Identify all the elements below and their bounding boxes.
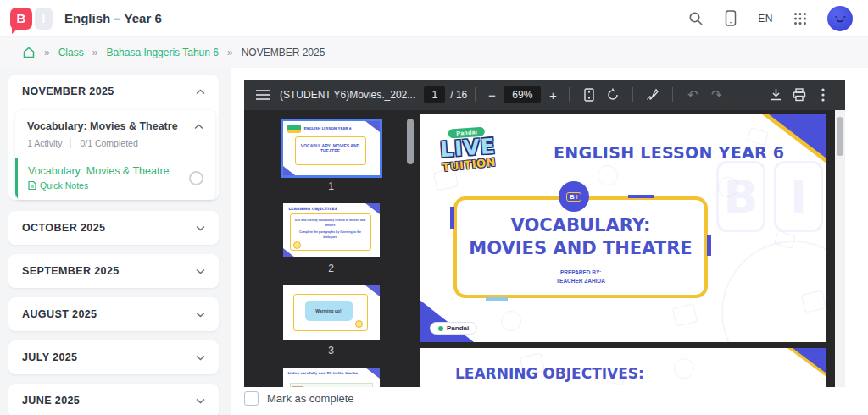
month-header-august[interactable]: AUGUST 2025: [8, 297, 219, 331]
thumbnail-label: 2: [328, 263, 334, 274]
activity-count: 1 Activity: [27, 138, 62, 148]
thumbnail-panel: ENGLISH LESSON YEAR 6 VOCABULARY: MOVIES…: [244, 110, 418, 387]
download-icon[interactable]: [764, 83, 787, 107]
month-label: AUGUST 2025: [22, 308, 97, 320]
mark-complete-row[interactable]: Mark as complete: [244, 391, 854, 406]
thumbnail-label: 3: [328, 345, 334, 357]
meta-divider: [70, 138, 71, 148]
pdf-page-1: Pandai LIVE TUITION ENGLISH LESSON YEAR …: [420, 114, 826, 342]
month-label: JULY 2025: [22, 351, 77, 363]
thumbnail-page-4[interactable]: Listen carefully and fill in the blanks: [283, 368, 380, 387]
undo-icon[interactable]: ↶: [681, 83, 704, 107]
zoom-in-button[interactable]: +: [544, 88, 561, 102]
mini-smiley-icon: [355, 320, 363, 328]
month-label: JUNE 2025: [22, 395, 80, 407]
pdf-toolbar: (STUDENT Y6)Movies._202... 1 / 16 − 69% …: [244, 80, 845, 110]
activity-group-header[interactable]: Vocabulary: Movies & Theatre: [15, 110, 215, 138]
toolbar-divider: [569, 87, 570, 102]
zoom-out-button[interactable]: −: [483, 88, 500, 102]
course-sidebar: NOVEMBER 2025 Vocabulary: Movies & Theat…: [0, 68, 231, 415]
rotate-icon[interactable]: [601, 83, 625, 107]
language-selector[interactable]: EN: [758, 13, 773, 25]
prepared-by: PREPARED BY: TEACHER ZAHIDA: [453, 268, 708, 285]
more-options-icon[interactable]: [811, 83, 835, 107]
annotate-pen-icon[interactable]: [641, 83, 665, 107]
month-card-october: OCTOBER 2025: [8, 211, 219, 245]
chevron-down-icon: [196, 355, 205, 361]
mini-logo: [287, 125, 301, 133]
completion-radio[interactable]: [189, 171, 203, 185]
sidebar-item-vocabulary-movies-theatre[interactable]: Vocabulary: Movies & Theatre Quick Notes: [15, 158, 215, 200]
breadcrumb-link-class[interactable]: Class: [58, 47, 84, 58]
redo-icon[interactable]: ↷: [704, 83, 728, 107]
document-title: (STUDENT Y6)Movies._202...: [280, 89, 415, 101]
pdf-viewer: (STUDENT Y6)Movies._202... 1 / 16 − 69% …: [244, 80, 845, 387]
month-label: SEPTEMBER 2025: [22, 265, 120, 277]
chevron-down-icon: [196, 312, 205, 318]
content-area: (STUDENT Y6)Movies._202... 1 / 16 − 69% …: [231, 68, 868, 415]
page-area: Pandai LIVE TUITION ENGLISH LESSON YEAR …: [418, 110, 835, 387]
corner-decoration: [793, 348, 826, 374]
month-header-july[interactable]: JULY 2025: [8, 340, 219, 374]
live-tuition-logo: Pandai LIVE TUITION: [438, 121, 497, 173]
activity-group-card: Vocabulary: Movies & Theatre 1 Activity …: [15, 110, 215, 200]
corner-decoration: [420, 300, 474, 342]
pdf-page-2: LEARNING OBJECTIVES:: [420, 348, 826, 387]
mark-complete-checkbox[interactable]: [244, 391, 259, 406]
mini-text-box: Warming up!: [305, 301, 353, 321]
month-card-june: JUNE 2025: [8, 384, 219, 415]
breadcrumb-separator: »: [92, 47, 98, 58]
bi-watermark: B I: [716, 161, 823, 232]
viewer-scrollbar-thumb[interactable]: [837, 117, 843, 156]
toolbar-divider: [672, 87, 673, 102]
bi-badge: B I: [559, 181, 589, 212]
viewer-scrollbar[interactable]: [835, 110, 845, 387]
menu-icon[interactable]: [251, 83, 275, 107]
toolbar-divider: [632, 87, 633, 102]
month-header-october[interactable]: OCTOBER 2025: [8, 211, 219, 245]
thumbnail-page-3[interactable]: Warming up!: [283, 285, 380, 340]
app-header: B I English – Year 6 EN: [0, 0, 868, 37]
thumbnail-scrollbar[interactable]: [407, 119, 414, 164]
chevron-down-icon: [196, 225, 205, 231]
page-total: / 16: [450, 89, 467, 101]
month-label: OCTOBER 2025: [22, 222, 105, 234]
breadcrumb-separator: »: [227, 47, 233, 58]
activity-group-meta: 1 Activity 0/1 Completed: [15, 138, 215, 158]
mini-corner: [365, 368, 380, 379]
chevron-up-icon: [196, 89, 205, 95]
thumbnail-page-2[interactable]: LEARNING OBJECTIVES Use and identify voc…: [283, 203, 380, 257]
mini-corner: [283, 166, 295, 175]
zoom-level[interactable]: 69%: [504, 86, 541, 103]
search-icon[interactable]: [688, 11, 704, 26]
mark-complete-label: Mark as complete: [267, 392, 354, 405]
month-card-july: JULY 2025: [8, 340, 219, 374]
chevron-down-icon: [196, 398, 205, 404]
mobile-device-icon[interactable]: [724, 10, 737, 26]
month-header-november[interactable]: NOVEMBER 2025: [8, 75, 219, 108]
mini-corner: [365, 203, 380, 214]
breadcrumb-link-course[interactable]: Bahasa Inggeris Tahun 6: [106, 47, 219, 58]
apps-grid-icon[interactable]: [793, 12, 807, 25]
slide-title: VOCABULARY: MOVIES AND THEATRE: [453, 214, 708, 261]
mini-line: Complete the paragraphs by listening to …: [295, 230, 366, 240]
month-label: NOVEMBER 2025: [22, 86, 114, 97]
activity-title: Vocabulary: Movies & Theatre: [28, 165, 170, 177]
home-icon[interactable]: [22, 46, 36, 59]
month-card-september: SEPTEMBER 2025: [8, 254, 219, 288]
slide-heading: LEARNING OBJECTIVES:: [455, 365, 644, 382]
month-card-november: NOVEMBER 2025 Vocabulary: Movies & Theat…: [8, 75, 219, 200]
slide-heading: ENGLISH LESSON YEAR 6: [554, 143, 784, 162]
page-input[interactable]: 1: [424, 86, 445, 103]
print-icon[interactable]: [787, 83, 811, 107]
app-logo[interactable]: B I: [10, 8, 53, 30]
activity-subtitle: Quick Notes: [40, 180, 88, 191]
mini-title: VOCABULARY: MOVIES AND THEATRE: [298, 143, 363, 153]
user-avatar[interactable]: [827, 6, 853, 31]
fit-page-icon[interactable]: [577, 83, 601, 107]
month-header-september[interactable]: SEPTEMBER 2025: [8, 254, 219, 288]
month-header-june[interactable]: JUNE 2025: [8, 384, 219, 415]
mini-corner: [365, 285, 380, 296]
mini-heading: Listen carefully and fill in the blanks: [288, 371, 358, 375]
thumbnail-page-1[interactable]: ENGLISH LESSON YEAR 6 VOCABULARY: MOVIES…: [283, 121, 380, 175]
